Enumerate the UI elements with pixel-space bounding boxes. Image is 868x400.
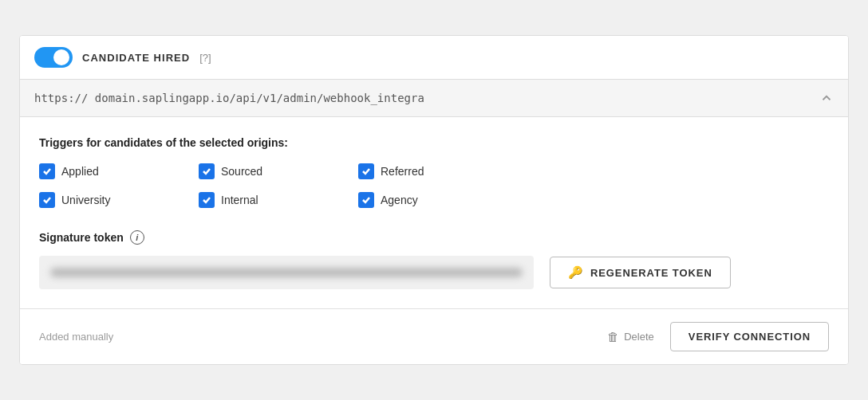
checkbox-university-label: University bbox=[61, 194, 110, 206]
signature-section: Signature token i 🔑 REGENERATE TOKEN bbox=[39, 230, 829, 289]
checkbox-referred-label: Referred bbox=[381, 165, 424, 178]
webhook-card: CANDIDATE HIRED [?] https:// domain.sapl… bbox=[19, 35, 849, 365]
content-area: Triggers for candidates of the selected … bbox=[20, 117, 848, 289]
checkbox-sourced-box[interactable] bbox=[199, 163, 215, 179]
signature-token-value bbox=[50, 268, 523, 277]
key-icon: 🔑 bbox=[568, 265, 584, 280]
checkbox-internal[interactable]: Internal bbox=[199, 192, 358, 208]
checkbox-internal-label: Internal bbox=[221, 194, 258, 206]
sig-title-row: Signature token i bbox=[39, 230, 829, 245]
checkbox-applied[interactable]: Applied bbox=[39, 163, 199, 179]
toggle-row: CANDIDATE HIRED [?] bbox=[20, 36, 848, 79]
signature-token-box bbox=[39, 256, 534, 289]
candidate-hired-toggle[interactable] bbox=[34, 47, 73, 68]
checkbox-internal-box[interactable] bbox=[199, 192, 215, 208]
checkboxes-grid: Applied Sourced Referred bbox=[39, 163, 829, 208]
checkbox-agency-box[interactable] bbox=[358, 192, 374, 208]
checkbox-referred-box[interactable] bbox=[358, 163, 374, 179]
checkbox-sourced-label: Sourced bbox=[221, 165, 262, 178]
checkbox-university-box[interactable] bbox=[39, 192, 55, 208]
checkbox-university[interactable]: University bbox=[39, 192, 199, 208]
chevron-up-icon[interactable] bbox=[819, 91, 834, 105]
checkbox-agency[interactable]: Agency bbox=[358, 192, 518, 208]
delete-button[interactable]: 🗑 Delete bbox=[607, 330, 654, 343]
verify-connection-button[interactable]: VERIFY CONNECTION bbox=[670, 322, 829, 351]
delete-label: Delete bbox=[624, 331, 654, 343]
toggle-label: CANDIDATE HIRED bbox=[82, 52, 190, 64]
checkbox-referred[interactable]: Referred bbox=[358, 163, 518, 179]
regenerate-token-button[interactable]: 🔑 REGENERATE TOKEN bbox=[550, 257, 731, 288]
checkbox-agency-label: Agency bbox=[381, 194, 418, 206]
sig-title: Signature token bbox=[39, 231, 124, 244]
url-bar: https:// domain.saplingapp.io/api/v1/adm… bbox=[20, 79, 848, 117]
trash-icon: 🗑 bbox=[607, 330, 619, 343]
regenerate-token-label: REGENERATE TOKEN bbox=[590, 267, 712, 279]
footer-right: 🗑 Delete VERIFY CONNECTION bbox=[607, 322, 829, 351]
toggle-help: [?] bbox=[199, 52, 211, 64]
checkbox-sourced[interactable]: Sourced bbox=[199, 163, 358, 179]
checkbox-applied-box[interactable] bbox=[39, 163, 55, 179]
added-manually-label: Added manually bbox=[39, 331, 113, 343]
triggers-title: Triggers for candidates of the selected … bbox=[39, 136, 829, 149]
info-icon[interactable]: i bbox=[130, 230, 144, 245]
sig-row: 🔑 REGENERATE TOKEN bbox=[39, 256, 829, 289]
checkbox-applied-label: Applied bbox=[61, 165, 99, 178]
webhook-url: https:// domain.saplingapp.io/api/v1/adm… bbox=[34, 92, 424, 104]
footer: Added manually 🗑 Delete VERIFY CONNECTIO… bbox=[20, 308, 848, 364]
